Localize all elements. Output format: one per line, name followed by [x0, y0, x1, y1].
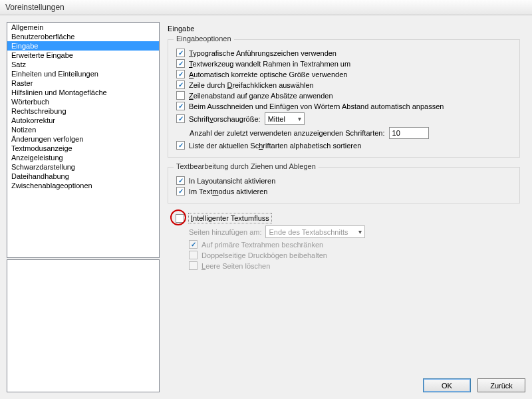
- drag-drop-group: Textbearbeitung durch Ziehen und Ablegen…: [168, 167, 520, 203]
- sidebar-item[interactable]: Satz: [7, 60, 159, 69]
- ok-button[interactable]: OK: [423, 378, 471, 392]
- label-add-pages: Seiten hinzufügen am:: [189, 228, 261, 236]
- label-drag-layout: In Layoutansicht aktivieren: [189, 177, 275, 185]
- smart-textflow-group: Intelligenter Textumfluss Seiten hinzufü…: [168, 213, 520, 270]
- label-restrict-primary: Auf primäre Textrahmen beschränken: [201, 241, 323, 249]
- sidebar-item[interactable]: Textmodusanzeige: [7, 144, 159, 153]
- category-list[interactable]: AllgemeinBenutzeroberflächeEingabeErweit…: [7, 22, 160, 258]
- sidebar-item[interactable]: Hilfslinien und Montagefläche: [7, 88, 159, 97]
- checkbox-double-spread: [189, 251, 198, 259]
- label-double-spread: Doppelseitige Druckbögen beibehalten: [201, 251, 327, 259]
- select-add-pages: Ende des Textabschnitts: [265, 225, 365, 238]
- checkbox-drag-layout[interactable]: [176, 176, 185, 185]
- checkbox-delete-empty: [189, 261, 198, 270]
- sidebar-item[interactable]: Allgemein: [7, 23, 159, 32]
- checkbox-leading-paragraph[interactable]: [176, 91, 185, 100]
- page-title: Eingabe: [168, 25, 525, 33]
- label-leading-paragraph: Zeilenabstand auf ganze Absätze anwenden: [189, 92, 333, 100]
- checkbox-typographic-quotes[interactable]: [176, 49, 185, 57]
- input-recent-fonts[interactable]: 10: [389, 127, 429, 139]
- preview-box: [7, 259, 160, 392]
- label-smart-textflow: Intelligenter Textumfluss: [188, 213, 272, 223]
- checkbox-restrict-primary: [189, 240, 198, 249]
- checkbox-font-preview[interactable]: [176, 114, 185, 123]
- label-typographic-quotes: Typografische Anführungszeichen verwende…: [189, 49, 336, 57]
- label-delete-empty: Leere Seiten löschen: [201, 262, 270, 270]
- sidebar-item[interactable]: Zwischenablageoptionen: [7, 181, 159, 190]
- input-options-legend: Eingabeoptionen: [174, 35, 234, 43]
- checkbox-sort-fonts[interactable]: [176, 141, 185, 150]
- sidebar-item[interactable]: Schwarzdarstellung: [7, 162, 159, 172]
- label-drag-textmode: Im Textmodus aktivieren: [189, 188, 267, 196]
- checkbox-cut-paste-spacing[interactable]: [176, 102, 185, 110]
- sidebar-item[interactable]: Rechtschreibung: [7, 106, 159, 116]
- sidebar-item[interactable]: Autokorrektur: [7, 116, 159, 125]
- sidebar-item[interactable]: Notizen: [7, 125, 159, 134]
- sidebar-item[interactable]: Änderungen verfolgen: [7, 134, 159, 144]
- sidebar-item[interactable]: Raster: [7, 78, 159, 88]
- label-cut-paste-spacing: Beim Ausschneiden und Einfügen von Wörte…: [189, 102, 444, 110]
- checkbox-drag-textmode[interactable]: [176, 187, 185, 196]
- drag-drop-legend: Textbearbeitung durch Ziehen und Ablegen: [174, 162, 319, 170]
- select-font-preview-size[interactable]: Mittel: [265, 112, 305, 125]
- sidebar-item[interactable]: Erweiterte Eingabe: [7, 51, 159, 60]
- checkbox-auto-optical[interactable]: [176, 70, 185, 78]
- back-button[interactable]: Zurück: [477, 378, 525, 392]
- input-options-group: Eingabeoptionen Typografische Anführungs…: [168, 39, 520, 158]
- sidebar-item[interactable]: Einheiten und Einteilungen: [7, 69, 159, 78]
- sidebar-item[interactable]: Anzeigeleistung: [7, 153, 159, 162]
- checkbox-smart-textflow[interactable]: [176, 214, 184, 223]
- sidebar-item[interactable]: Dateihandhabung: [7, 172, 159, 181]
- label-sort-fonts: Liste der aktuellen Schriftarten alphabe…: [189, 142, 361, 150]
- label-recent-fonts: Anzahl der zuletzt verwendeten anzuzeige…: [190, 129, 385, 137]
- window-title: Voreinstellungen: [0, 0, 532, 15]
- checkbox-triple-click[interactable]: [176, 80, 185, 89]
- sidebar-item[interactable]: Eingabe: [7, 41, 159, 51]
- checkbox-textwerkzeug[interactable]: [176, 59, 185, 68]
- label-font-preview: Schriftvorschaugröße:: [189, 115, 261, 123]
- sidebar-item[interactable]: Wörterbuch: [7, 97, 159, 106]
- label-auto-optical: Automatisch korrekte optische Größe verw…: [189, 70, 347, 78]
- label-triple-click: Zeile durch Dreifachklicken auswählen: [189, 81, 314, 89]
- sidebar-item[interactable]: Benutzeroberfläche: [7, 32, 159, 41]
- label-textwerkzeug: Textwerkzeug wandelt Rahmen in Textrahme…: [189, 60, 350, 68]
